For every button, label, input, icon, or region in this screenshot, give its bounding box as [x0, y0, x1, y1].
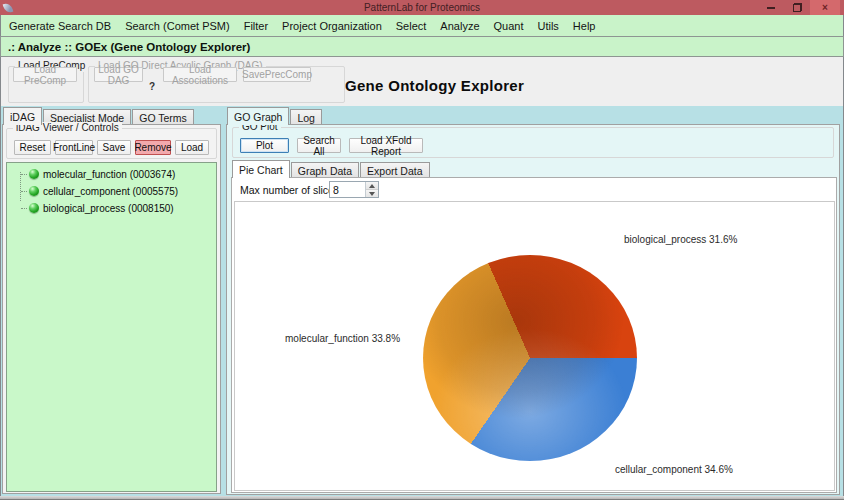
- right-tab-strip: GO Graph Log: [227, 107, 323, 125]
- minimize-icon: [767, 7, 775, 9]
- right-tab-control: GO Graph Log GO Plot Plot Search All Loa…: [226, 107, 840, 495]
- idag-controls-group: iDAG Viewer / Controls Reset FrontLine S…: [6, 128, 217, 159]
- stepper-up-button[interactable]: [366, 182, 378, 190]
- go-plot-group: GO Plot Plot Search All Load XFold Repor…: [232, 127, 834, 158]
- menu-filter[interactable]: Filter: [244, 20, 268, 32]
- search-all-button[interactable]: Search All: [297, 138, 341, 153]
- pie-label-molecular-function: molecular_function 33.8%: [285, 333, 400, 344]
- menu-analyze[interactable]: Analyze: [440, 20, 479, 32]
- arrow-down-icon: [369, 192, 375, 196]
- tab-export-data[interactable]: Export Data: [360, 162, 429, 178]
- plot-tab-strip: Pie Chart Graph Data Export Data: [232, 160, 431, 178]
- load-precomp-button[interactable]: Load PreComp: [13, 67, 77, 82]
- menu-search-comet-psm[interactable]: Search (Comet PSM): [125, 20, 230, 32]
- toolbar: Load PreComp Load PreComp Load GO Direct…: [0, 57, 844, 106]
- breadcrumb-text: .: Analyze :: GOEx (Gene Ontology Explor…: [8, 41, 250, 53]
- tree-connector: [21, 208, 27, 209]
- max-slices-label: Max number of slices: [240, 184, 339, 196]
- tab-pie-chart[interactable]: Pie Chart: [232, 160, 290, 178]
- pie-chart: [423, 255, 637, 461]
- minimize-button[interactable]: [758, 0, 784, 15]
- tree-item-biological-process[interactable]: biological_process (0008150): [7, 201, 216, 215]
- tree-connector: [21, 191, 27, 192]
- app-window: PatternLab for Proteomics × Generate Sea…: [0, 0, 844, 500]
- menu-generate-search-db[interactable]: Generate Search DB: [9, 20, 111, 32]
- pie-label-cellular-component: cellular_component 34.6%: [615, 464, 733, 475]
- tab-idag[interactable]: iDAG: [3, 107, 42, 125]
- title-bar[interactable]: PatternLab for Proteomics ×: [0, 0, 844, 15]
- load-precomp-group: Load PreComp Load PreComp: [8, 66, 84, 103]
- reset-button[interactable]: Reset: [14, 140, 51, 155]
- go-term-tree: molecular_function (0003674) cellular_co…: [6, 162, 217, 492]
- page-title: Gene Ontology Explorer: [345, 77, 524, 94]
- go-node-icon: [29, 169, 39, 179]
- close-button[interactable]: ×: [810, 0, 840, 15]
- menu-bar: Generate Search DB Search (Comet PSM) Fi…: [0, 15, 844, 36]
- save-preccomp-button[interactable]: SavePrecComp: [243, 67, 311, 82]
- load-go-dag-button[interactable]: Load GO DAG: [94, 67, 143, 82]
- remove-button[interactable]: Remove: [135, 140, 171, 155]
- menu-project-organization[interactable]: Project Organization: [282, 20, 382, 32]
- go-node-icon: [29, 186, 39, 196]
- help-question-label: ?: [149, 81, 155, 92]
- stepper-down-button[interactable]: [366, 190, 378, 197]
- restore-button[interactable]: [784, 0, 810, 15]
- content-area: iDAG Specialist Mode GO Terms iDAG Viewe…: [0, 106, 844, 496]
- menu-select[interactable]: Select: [396, 20, 427, 32]
- max-slices-stepper: [329, 181, 379, 198]
- tab-log[interactable]: Log: [290, 109, 322, 125]
- menu-help[interactable]: Help: [573, 20, 596, 32]
- save-button[interactable]: Save: [97, 140, 131, 155]
- window-title: PatternLab for Proteomics: [0, 2, 844, 13]
- load-associations-button[interactable]: Load Associations: [163, 67, 237, 82]
- max-slices-input[interactable]: [330, 182, 365, 197]
- tree-item-cellular-component[interactable]: cellular_component (0005575): [7, 184, 216, 198]
- tab-go-terms[interactable]: GO Terms: [132, 109, 194, 125]
- plot-tab-control: Pie Chart Graph Data Export Data Max num…: [231, 160, 837, 493]
- tab-graph-data[interactable]: Graph Data: [291, 162, 359, 178]
- menu-utils[interactable]: Utils: [537, 20, 558, 32]
- window-bottom-edge: [0, 496, 844, 500]
- arrow-up-icon: [369, 184, 375, 188]
- pie-chart-tab-page: Max number of slices biological_process …: [231, 177, 837, 493]
- pie-label-biological-process: biological_process 31.6%: [624, 234, 737, 245]
- go-node-icon: [29, 203, 39, 213]
- go-graph-tab-page: GO Plot Plot Search All Load XFold Repor…: [226, 124, 840, 495]
- tab-go-graph[interactable]: GO Graph: [227, 107, 289, 125]
- tree-connector: [21, 174, 27, 175]
- load-xfold-report-button[interactable]: Load XFold Report: [349, 138, 423, 153]
- restore-icon: [793, 3, 802, 12]
- idag-tab-page: iDAG Viewer / Controls Reset FrontLine S…: [2, 124, 221, 494]
- pie-chart-panel: biological_process 31.6% molecular_funct…: [234, 201, 835, 491]
- left-tab-control: iDAG Specialist Mode GO Terms iDAG Viewe…: [2, 107, 221, 495]
- plot-button[interactable]: Plot: [240, 138, 289, 153]
- tree-item-molecular-function[interactable]: molecular_function (0003674): [7, 167, 216, 181]
- breadcrumb: .: Analyze :: GOEx (Gene Ontology Explor…: [0, 36, 844, 57]
- load-dag-group: Load GO Direct Acyclic Graph (DAG) Load …: [88, 66, 345, 103]
- menu-quant[interactable]: Quant: [494, 20, 524, 32]
- load-button[interactable]: Load: [175, 140, 209, 155]
- frontline-button[interactable]: FrontLine: [55, 140, 93, 155]
